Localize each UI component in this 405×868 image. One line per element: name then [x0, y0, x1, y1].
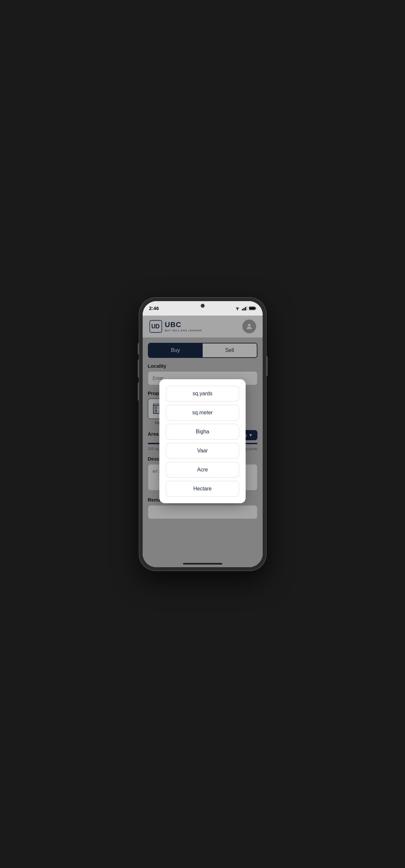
svg-rect-6	[255, 307, 256, 309]
volume-down-button	[138, 382, 139, 401]
option-sq-yards[interactable]: sq.yards	[166, 386, 239, 402]
option-bigha[interactable]: Bigha	[166, 424, 239, 440]
volume-up-button	[138, 360, 139, 378]
modal-overlay[interactable]: sq.yards sq.meter Bigha Vaar Acre	[143, 316, 263, 567]
unit-dropdown-modal: sq.yards sq.meter Bigha Vaar Acre	[159, 379, 246, 503]
svg-rect-1	[242, 309, 243, 310]
phone-device: 2:46	[139, 297, 267, 571]
power-button	[267, 356, 268, 376]
option-vaar[interactable]: Vaar	[166, 443, 239, 459]
status-bar: 2:46	[143, 301, 263, 316]
status-icons	[235, 306, 256, 311]
option-hectare[interactable]: Hectare	[166, 481, 239, 497]
svg-point-0	[237, 310, 238, 310]
svg-rect-7	[249, 307, 255, 309]
svg-rect-3	[245, 307, 246, 310]
app-content: UD UBC BUY SELL AND LEASING	[143, 316, 263, 567]
option-acre[interactable]: Acre	[166, 462, 239, 477]
option-sq-meter[interactable]: sq.meter	[166, 405, 239, 421]
wifi-icon	[235, 306, 240, 311]
svg-rect-2	[243, 308, 244, 310]
status-time: 2:46	[149, 305, 159, 311]
mute-button	[138, 343, 139, 354]
camera-notch	[201, 304, 205, 308]
signal-icon	[242, 306, 247, 311]
svg-rect-4	[246, 306, 247, 310]
phone-screen: 2:46	[143, 301, 263, 567]
battery-icon	[249, 306, 256, 310]
